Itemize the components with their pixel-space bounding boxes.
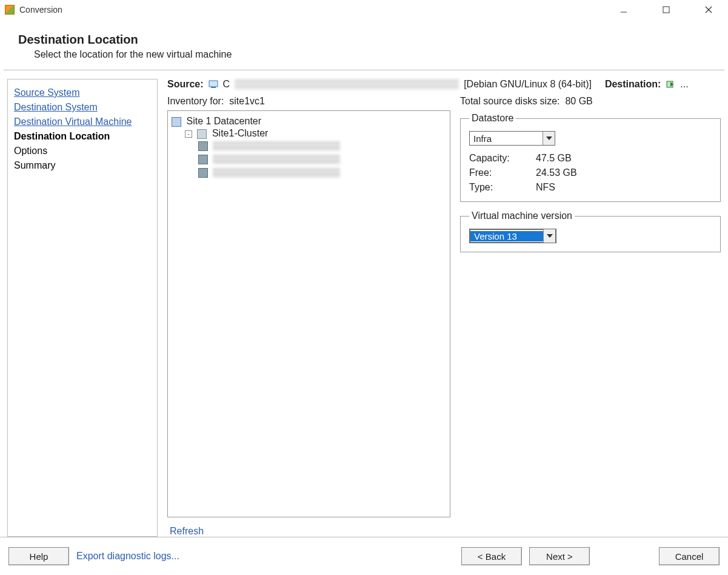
vm-version-selected: Version 13 [470, 231, 543, 241]
cancel-button[interactable]: Cancel [659, 547, 720, 565]
destination-ellipsis: ... [680, 79, 688, 90]
details-column: Total source disks size: 80 GB Datastore… [460, 96, 721, 537]
svg-rect-1 [663, 7, 669, 13]
cluster-icon [197, 129, 207, 139]
datacenter-icon [172, 117, 181, 127]
svg-rect-4 [209, 81, 218, 87]
inventory-label: Inventory for: site1vc1 [167, 96, 450, 110]
destination-icon [666, 79, 675, 89]
source-label: Source: [167, 79, 204, 90]
main-area: Source System Destination System Destina… [0, 70, 728, 537]
minimize-button[interactable] [610, 1, 637, 18]
tree-datacenter[interactable]: Site 1 Datacenter Site1-Cluster [172, 115, 450, 181]
export-diagnostic-logs-link[interactable]: Export diagnostic logs... [76, 551, 179, 562]
source-initial: C [223, 79, 230, 90]
dropdown-icon[interactable] [543, 132, 555, 145]
source-name-redacted [235, 79, 459, 90]
host-icon [198, 168, 208, 178]
page-title: Destination Location [18, 33, 710, 47]
destination-label: Destination: [605, 79, 661, 90]
step-destination-system[interactable]: Destination System [14, 100, 151, 115]
capacity-label: Capacity: [469, 153, 536, 164]
help-button[interactable]: Help [8, 547, 69, 565]
type-value: NFS [536, 182, 712, 193]
vm-version-group: Virtual machine version Version 13 [460, 210, 721, 252]
close-button[interactable] [695, 1, 722, 18]
datacenter-label: Site 1 Datacenter [186, 116, 261, 126]
step-destination-location: Destination Location [14, 129, 151, 144]
vm-version-legend: Virtual machine version [469, 210, 575, 221]
refresh-link[interactable]: Refresh [170, 526, 204, 536]
app-icon [5, 5, 15, 15]
source-os: [Debian GNU/Linux 8 (64-bit)] [464, 79, 592, 90]
step-destination-virtual-machine[interactable]: Destination Virtual Machine [14, 115, 151, 129]
inventory-tree[interactable]: Site 1 Datacenter Site1-Cluster [167, 110, 450, 517]
free-value: 24.53 GB [536, 167, 712, 178]
svg-rect-5 [211, 87, 216, 88]
capacity-value: 47.5 GB [536, 153, 712, 164]
tree-host-1[interactable] [198, 139, 450, 152]
tree-cluster[interactable]: Site1-Cluster [185, 127, 450, 180]
maximize-button[interactable] [653, 1, 680, 18]
content-pane: Source: C [Debian GNU/Linux 8 (64-bit)] … [167, 79, 721, 537]
step-summary: Summary [14, 158, 151, 173]
datastore-legend: Datastore [469, 113, 516, 124]
step-source-system[interactable]: Source System [14, 86, 151, 100]
page-subtitle: Select the location for the new virtual … [34, 49, 710, 60]
tree-host-3[interactable] [198, 166, 450, 179]
title-bar: Conversion [0, 0, 728, 19]
source-icon [209, 79, 218, 89]
step-options: Options [14, 144, 151, 158]
datastore-group: Datastore Infra Capacity: 47.5 GB Free: … [460, 113, 721, 202]
datastore-select[interactable]: Infra [469, 131, 555, 146]
host-name-redacted [213, 168, 340, 178]
free-label: Free: [469, 167, 536, 178]
host-icon [198, 155, 208, 164]
window-title: Conversion [19, 5, 62, 15]
tree-toggle[interactable] [185, 130, 192, 138]
source-destination-bar: Source: C [Debian GNU/Linux 8 (64-bit)] … [167, 79, 721, 96]
cluster-label: Site1-Cluster [212, 128, 268, 138]
datastore-selected: Infra [470, 133, 543, 144]
dropdown-icon[interactable] [543, 229, 555, 243]
total-size-line: Total source disks size: 80 GB [460, 96, 721, 113]
back-button[interactable]: < Back [461, 547, 522, 565]
footer: Help Export diagnostic logs... < Back Ne… [0, 537, 728, 575]
host-name-redacted [213, 155, 340, 164]
wizard-steps: Source System Destination System Destina… [7, 79, 158, 537]
vm-version-select[interactable]: Version 13 [469, 229, 556, 243]
tree-host-2[interactable] [198, 152, 450, 166]
host-name-redacted [213, 141, 340, 151]
host-icon [198, 141, 208, 151]
type-label: Type: [469, 182, 536, 193]
inventory-column: Inventory for: site1vc1 Site 1 Datacente… [167, 96, 450, 537]
next-button[interactable]: Next > [529, 547, 590, 565]
page-header: Destination Location Select the location… [0, 19, 728, 70]
window-controls [610, 1, 722, 18]
